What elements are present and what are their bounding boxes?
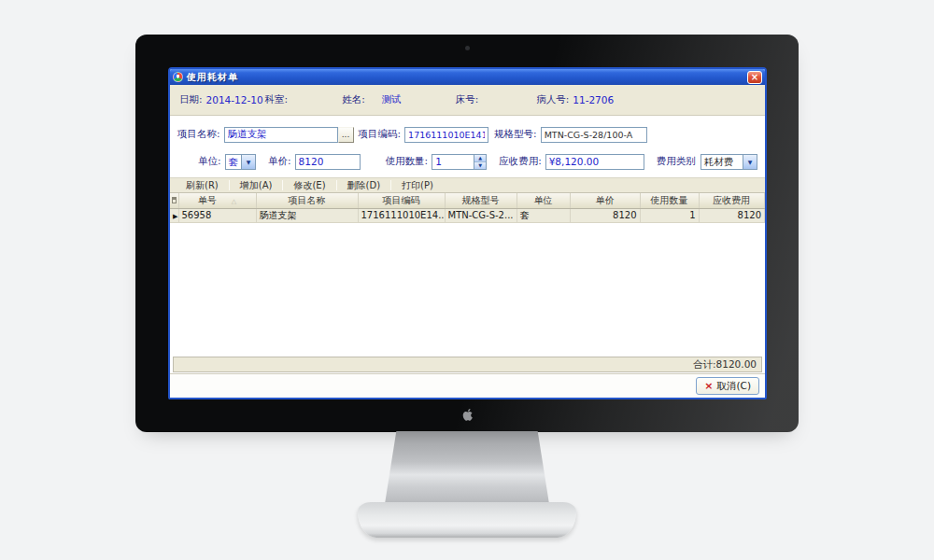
spin-down-icon[interactable]: ▼: [474, 161, 486, 169]
webcam-icon: [465, 46, 470, 50]
sort-icon: △: [232, 198, 236, 205]
cell-quantity[interactable]: 1: [640, 208, 699, 222]
spec-label: 规格型号:: [494, 128, 537, 141]
cell-item-code[interactable]: 1716111010E14...: [358, 208, 445, 222]
cell-fee[interactable]: 8120: [699, 208, 765, 222]
unit-price-label: 单价:: [268, 155, 291, 168]
cancel-label: 取消(C): [716, 380, 751, 393]
item-name-input[interactable]: [224, 127, 338, 143]
cell-unit[interactable]: 套: [517, 208, 570, 222]
date-value: 2014-12-10: [206, 94, 263, 105]
refresh-button[interactable]: 刷新(R): [176, 179, 229, 192]
spec-input[interactable]: [541, 127, 647, 143]
window-title: 使用耗材单: [187, 71, 238, 84]
cell-order-no[interactable]: 56958: [178, 208, 256, 222]
dept-label: 科室:: [265, 93, 289, 106]
fee-label: 应收费用:: [499, 155, 542, 168]
browse-button[interactable]: ...: [338, 127, 354, 143]
name-label: 姓名:: [342, 93, 365, 106]
name-value: 测试: [382, 93, 402, 106]
cell-spec[interactable]: MTN-CG-S-2...: [445, 208, 517, 222]
col-header-item-code[interactable]: 项目编码: [358, 193, 445, 208]
edit-button[interactable]: 修改(E): [283, 179, 335, 192]
col-header-fee[interactable]: 应收费用: [699, 193, 765, 208]
total-bar: 合计:8120.00: [173, 357, 762, 372]
form-row-2: 单位: 套 ▼ 单价: 使用数量: 1 ▲ ▼ 应收费用: 费用类别: [177, 153, 757, 170]
table-row[interactable]: ▶ 56958 肠道支架 1716111010E14... MTN-CG-S-2…: [170, 208, 765, 222]
unit-value: 套: [226, 155, 242, 169]
form-fields: 项目名称: ... 项目编码: 规格型号: 单位: 套 ▼ 单价: 使用数量: …: [170, 116, 765, 177]
patient-no-value: 11-2706: [573, 94, 614, 105]
grid-corner-icon: [172, 197, 177, 203]
quantity-value: 1: [432, 155, 474, 169]
col-header-unit[interactable]: 单位: [517, 193, 570, 208]
delete-button[interactable]: 删除(D): [337, 179, 391, 192]
unit-price-input[interactable]: [295, 154, 361, 170]
spin-up-icon[interactable]: ▲: [474, 155, 486, 161]
col-header-unit-price[interactable]: 单价: [570, 193, 640, 208]
total-value: 合计:8120.00: [693, 358, 757, 371]
col-header-quantity[interactable]: 使用数量: [640, 193, 699, 208]
add-button[interactable]: 增加(A): [230, 179, 283, 192]
fee-type-combo[interactable]: 耗材费 ▼: [700, 154, 757, 170]
unit-label: 单位:: [198, 155, 221, 168]
quantity-label: 使用数量:: [386, 155, 429, 168]
item-code-input[interactable]: [404, 127, 488, 143]
chevron-down-icon[interactable]: ▼: [241, 155, 255, 169]
col-header-item-name[interactable]: 项目名称: [256, 193, 358, 208]
cell-unit-price[interactable]: 8120: [570, 208, 640, 222]
row-pointer-icon: ▶: [173, 213, 177, 220]
dialog-footer: × 取消(C): [170, 373, 765, 398]
bed-label: 床号:: [456, 93, 479, 106]
patient-info-bar: 日期: 2014-12-10 科室: 姓名: 测试 床号: 病人号: 11-27…: [170, 85, 765, 116]
item-name-label: 项目名称:: [177, 128, 220, 141]
apple-logo-icon: [460, 407, 474, 422]
monitor-frame: 使用耗材单 × 日期: 2014-12-10 科室: 姓名: 测试 床号: 病人…: [135, 35, 799, 432]
monitor-stand-neck: [385, 431, 549, 504]
fee-input[interactable]: [545, 154, 644, 170]
unit-combo[interactable]: 套 ▼: [225, 154, 257, 170]
close-button[interactable]: ×: [747, 71, 762, 84]
monitor-stand-base: [358, 502, 576, 538]
cell-item-name[interactable]: 肠道支架: [256, 208, 358, 222]
grid-toolbar: 刷新(R) 增加(A) 修改(E) 删除(D) 打印(P): [170, 177, 765, 193]
window-titlebar[interactable]: 使用耗材单 ×: [170, 69, 765, 85]
fee-type-label: 费用类别: [657, 155, 696, 168]
chevron-down-icon[interactable]: ▼: [743, 155, 757, 169]
item-code-label: 项目编码:: [359, 128, 402, 141]
col-header-spec[interactable]: 规格型号: [445, 193, 517, 208]
cancel-button[interactable]: × 取消(C): [696, 377, 759, 395]
patient-no-label: 病人号:: [536, 93, 569, 106]
data-grid: 单号△ 项目名称 项目编码 规格型号 单位 单价 使用数量 应收费用 ▶ 569…: [170, 193, 765, 373]
print-button[interactable]: 打印(P): [391, 179, 444, 192]
grid-header-row: 单号△ 项目名称 项目编码 规格型号 单位 单价 使用数量 应收费用: [170, 193, 765, 208]
col-header-order-no[interactable]: 单号△: [178, 193, 256, 208]
app-window: 使用耗材单 × 日期: 2014-12-10 科室: 姓名: 测试 床号: 病人…: [168, 67, 767, 399]
form-row-1: 项目名称: ... 项目编码: 规格型号:: [177, 126, 757, 143]
row-indicator: ▶: [170, 208, 178, 222]
cancel-x-icon: ×: [704, 381, 713, 391]
fee-type-value: 耗材费: [701, 155, 743, 169]
quantity-stepper[interactable]: 1 ▲ ▼: [432, 154, 487, 170]
app-icon: [173, 72, 183, 82]
grid-corner: [170, 193, 178, 208]
date-label: 日期:: [179, 93, 203, 106]
